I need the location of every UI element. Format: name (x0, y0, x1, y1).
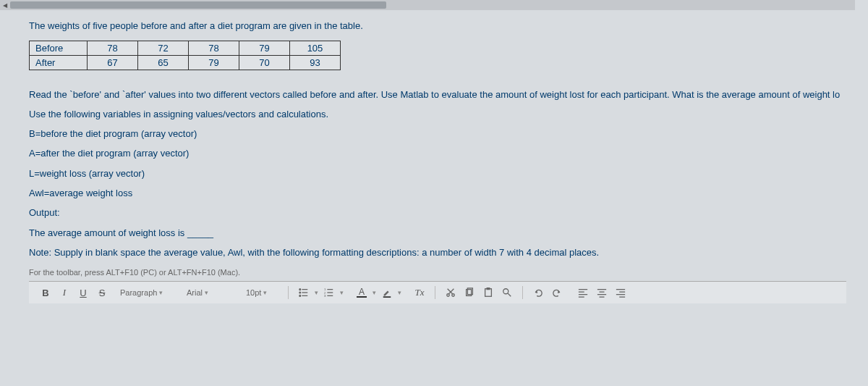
horizontal-scrollbar[interactable]: ◀ (0, 0, 855, 10)
chevron-down-icon[interactable]: ▾ (373, 289, 376, 296)
chevron-down-icon[interactable]: ▾ (315, 289, 318, 296)
instruction-line: Use the following variables in assigning… (29, 104, 846, 124)
svg-point-0 (299, 289, 301, 290)
cell: 78 (189, 41, 239, 55)
table-row: Before 78 72 78 79 105 (30, 41, 341, 55)
chevron-down-icon[interactable]: ▾ (398, 289, 401, 296)
redo-button[interactable] (549, 285, 565, 301)
chevron-down-icon: ▾ (159, 289, 163, 296)
editor-toolbar: B I U S Paragraph ▾ Arial ▾ 10pt ▾ ▾ 123 (29, 281, 846, 303)
separator (288, 286, 289, 299)
undo-icon (533, 288, 543, 298)
copy-icon (464, 288, 475, 298)
align-center-button[interactable] (594, 285, 610, 301)
cell: 72 (138, 41, 189, 55)
separator (435, 286, 435, 299)
copy-button[interactable] (461, 285, 477, 301)
chevron-down-icon: ▾ (263, 289, 267, 296)
bold-button[interactable]: B (38, 285, 54, 301)
instruction-block: Read the `before' and `after' values int… (29, 85, 846, 263)
cell: 105 (290, 41, 341, 55)
chevron-down-icon[interactable]: ▾ (340, 289, 344, 296)
highlight-color-button[interactable] (379, 285, 395, 301)
instruction-line: Output: (29, 203, 846, 222)
clipboard-icon (483, 288, 493, 298)
paragraph-select-label: Paragraph (120, 288, 157, 297)
cell: 93 (290, 55, 341, 70)
undo-button[interactable] (530, 285, 546, 301)
paragraph-select[interactable]: Paragraph ▾ (116, 287, 181, 298)
align-right-icon (616, 288, 626, 298)
redo-icon (552, 288, 562, 298)
scrollbar-thumb[interactable] (10, 1, 386, 9)
align-left-button[interactable] (575, 285, 591, 301)
instruction-line: Note: Supply in blank space the average … (29, 243, 846, 262)
font-select-label: Arial (187, 288, 203, 297)
svg-point-21 (503, 289, 509, 294)
underline-button[interactable]: U (75, 285, 91, 301)
instruction-line: Read the `before' and `after' values int… (29, 85, 846, 104)
instruction-line: A=after the diet program (array vector) (29, 143, 846, 163)
scissors-icon (446, 288, 456, 298)
svg-point-4 (299, 295, 301, 297)
font-select[interactable]: Arial ▾ (182, 287, 240, 298)
highlight-icon (382, 288, 392, 298)
search-icon (502, 288, 512, 298)
text-color-swatch (357, 296, 367, 298)
numbered-list-button[interactable]: 123 (321, 285, 337, 301)
cell: 78 (88, 41, 138, 55)
separator (522, 286, 523, 299)
bullet-list-icon (299, 288, 309, 298)
intro-text: The weights of five people before and af… (29, 19, 846, 33)
svg-point-13 (447, 294, 450, 297)
clear-format-label: Tx (415, 287, 425, 298)
text-color-button[interactable]: A (354, 285, 370, 301)
row-label-after: After (30, 55, 88, 70)
svg-point-2 (299, 292, 301, 293)
italic-button[interactable]: I (56, 285, 72, 301)
cell: 79 (239, 41, 290, 55)
svg-text:3: 3 (324, 294, 326, 298)
cell: 70 (239, 55, 290, 70)
row-label-before: Before (30, 41, 88, 55)
scroll-left-arrow[interactable]: ◀ (0, 0, 10, 10)
cut-button[interactable] (443, 285, 459, 301)
svg-rect-19 (485, 289, 492, 297)
cell: 79 (189, 55, 239, 70)
bullet-list-button[interactable] (296, 285, 312, 301)
instruction-line: Awl=average weight loss (29, 183, 846, 203)
clear-formatting-button[interactable]: Tx (412, 285, 427, 301)
align-left-icon (578, 288, 588, 298)
svg-point-14 (452, 294, 455, 297)
numbered-list-icon: 123 (324, 288, 334, 298)
weights-table: Before 78 72 78 79 105 After 67 65 79 70… (29, 41, 341, 70)
font-size-select[interactable]: 10pt ▾ (242, 287, 285, 298)
align-right-button[interactable] (613, 285, 629, 301)
svg-line-22 (508, 293, 511, 296)
font-size-label: 10pt (246, 288, 261, 297)
svg-rect-20 (487, 288, 490, 290)
strikethrough-button[interactable]: S (94, 285, 110, 301)
table-row: After 67 65 79 70 93 (30, 55, 341, 70)
instruction-line: The average amount of weight loss is ___… (29, 223, 846, 243)
find-button[interactable] (499, 285, 515, 301)
text-color-label: A (359, 288, 365, 296)
instruction-line: L=weight loss (array vector) (29, 164, 846, 183)
chevron-down-icon: ▾ (205, 289, 208, 296)
cell: 65 (138, 55, 189, 70)
instruction-line: B=before the diet program (array vector) (29, 124, 846, 143)
toolbar-hint: For the toolbar, press ALT+F10 (PC) or A… (29, 268, 846, 277)
align-center-icon (597, 288, 607, 298)
paste-button[interactable] (480, 285, 496, 301)
cell: 67 (88, 55, 138, 70)
